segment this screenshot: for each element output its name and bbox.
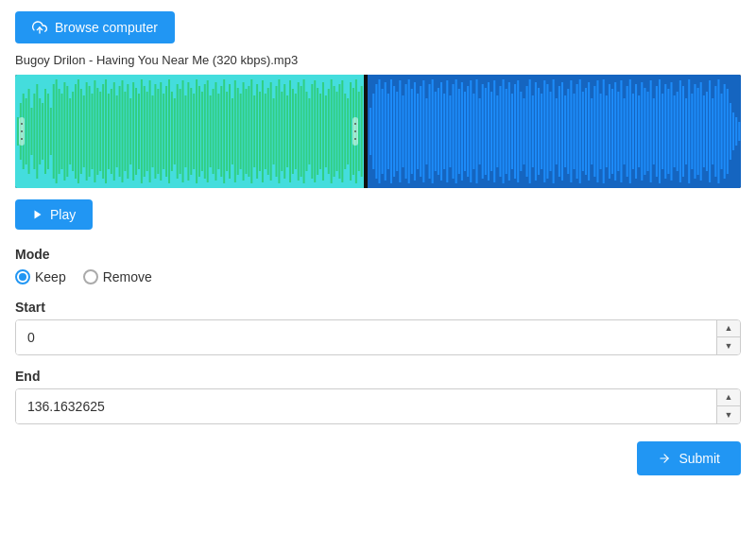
svg-rect-30 bbox=[96, 88, 98, 175]
svg-rect-132 bbox=[384, 82, 386, 181]
end-spinner-up[interactable]: ▲ bbox=[717, 389, 740, 406]
svg-rect-37 bbox=[116, 95, 118, 167]
svg-rect-22 bbox=[75, 84, 77, 179]
svg-rect-130 bbox=[378, 79, 380, 183]
svg-rect-32 bbox=[102, 84, 104, 179]
svg-rect-205 bbox=[599, 94, 601, 169]
svg-rect-133 bbox=[387, 94, 388, 169]
svg-rect-168 bbox=[490, 92, 492, 171]
svg-rect-172 bbox=[502, 79, 504, 183]
svg-rect-146 bbox=[425, 98, 427, 164]
svg-rect-67 bbox=[198, 86, 200, 177]
svg-rect-145 bbox=[422, 80, 424, 182]
svg-rect-182 bbox=[531, 95, 533, 167]
svg-rect-236 bbox=[691, 94, 693, 169]
svg-rect-27 bbox=[89, 86, 91, 177]
svg-rect-225 bbox=[659, 79, 661, 183]
waveform-left-handle[interactable] bbox=[19, 117, 25, 146]
mode-section: Mode Keep Remove bbox=[15, 247, 741, 284]
svg-rect-127 bbox=[369, 108, 371, 155]
svg-rect-25 bbox=[83, 95, 85, 167]
svg-rect-221 bbox=[646, 92, 648, 171]
end-spinner-down[interactable]: ▼ bbox=[717, 406, 740, 423]
svg-rect-64 bbox=[190, 88, 192, 175]
svg-rect-50 bbox=[152, 95, 154, 167]
svg-rect-17 bbox=[61, 94, 63, 169]
svg-rect-248 bbox=[726, 89, 728, 174]
svg-rect-201 bbox=[588, 82, 590, 181]
svg-rect-35 bbox=[111, 89, 112, 174]
svg-rect-139 bbox=[404, 84, 406, 179]
svg-rect-227 bbox=[664, 84, 666, 179]
svg-rect-23 bbox=[77, 79, 79, 183]
svg-rect-232 bbox=[679, 80, 680, 182]
browse-computer-button[interactable]: Browse computer bbox=[15, 11, 175, 43]
svg-rect-203 bbox=[593, 86, 595, 177]
svg-rect-156 bbox=[455, 79, 456, 183]
end-input[interactable] bbox=[16, 389, 716, 423]
svg-rect-5 bbox=[28, 89, 30, 174]
remove-radio-button[interactable] bbox=[83, 269, 98, 284]
svg-rect-228 bbox=[667, 89, 669, 174]
svg-rect-45 bbox=[138, 94, 140, 169]
start-input[interactable] bbox=[16, 320, 716, 354]
svg-rect-110 bbox=[317, 88, 318, 175]
svg-rect-159 bbox=[464, 92, 466, 171]
mode-keep-option[interactable]: Keep bbox=[15, 269, 66, 284]
svg-rect-79 bbox=[232, 98, 233, 164]
svg-rect-200 bbox=[585, 88, 587, 175]
mode-remove-option[interactable]: Remove bbox=[83, 269, 152, 284]
svg-rect-192 bbox=[561, 82, 563, 181]
svg-rect-49 bbox=[149, 80, 151, 182]
svg-rect-82 bbox=[240, 94, 242, 169]
svg-rect-114 bbox=[328, 89, 330, 174]
svg-rect-108 bbox=[311, 84, 313, 179]
svg-rect-96 bbox=[278, 79, 280, 183]
svg-rect-11 bbox=[44, 89, 46, 174]
svg-rect-169 bbox=[493, 80, 495, 182]
play-button[interactable]: Play bbox=[15, 199, 93, 230]
start-spinner-down[interactable]: ▼ bbox=[717, 337, 740, 354]
svg-rect-90 bbox=[262, 80, 264, 182]
svg-rect-235 bbox=[688, 79, 690, 183]
submit-button[interactable]: Submit bbox=[637, 441, 741, 475]
svg-rect-230 bbox=[673, 95, 675, 167]
svg-rect-105 bbox=[303, 79, 305, 183]
svg-rect-92 bbox=[267, 88, 269, 175]
svg-rect-78 bbox=[229, 84, 231, 179]
start-spinner-up[interactable]: ▲ bbox=[717, 320, 740, 337]
svg-rect-233 bbox=[682, 86, 684, 177]
svg-rect-53 bbox=[160, 82, 162, 181]
waveform-right-handle[interactable] bbox=[352, 117, 358, 146]
svg-rect-8 bbox=[36, 84, 38, 179]
svg-rect-171 bbox=[499, 86, 501, 177]
svg-rect-214 bbox=[626, 86, 627, 177]
svg-rect-213 bbox=[623, 98, 625, 164]
svg-rect-55 bbox=[165, 86, 167, 177]
svg-rect-185 bbox=[541, 94, 542, 169]
svg-rect-188 bbox=[549, 92, 551, 171]
svg-rect-174 bbox=[507, 82, 509, 181]
svg-rect-13 bbox=[50, 108, 52, 155]
svg-rect-179 bbox=[523, 98, 524, 164]
svg-rect-252 bbox=[738, 122, 740, 141]
svg-rect-18 bbox=[63, 82, 65, 181]
svg-rect-74 bbox=[217, 94, 219, 169]
svg-rect-219 bbox=[641, 82, 643, 181]
svg-rect-44 bbox=[135, 88, 137, 175]
svg-rect-138 bbox=[402, 95, 404, 167]
svg-rect-41 bbox=[127, 84, 129, 179]
svg-rect-86 bbox=[250, 79, 252, 183]
svg-rect-106 bbox=[306, 92, 308, 171]
svg-rect-216 bbox=[632, 94, 634, 169]
svg-rect-202 bbox=[591, 98, 593, 164]
svg-rect-211 bbox=[617, 92, 619, 171]
svg-rect-148 bbox=[431, 79, 433, 183]
svg-rect-93 bbox=[270, 82, 272, 181]
svg-rect-208 bbox=[609, 84, 610, 179]
svg-rect-7 bbox=[33, 94, 35, 169]
svg-rect-72 bbox=[213, 89, 215, 174]
keep-radio-button[interactable] bbox=[15, 269, 30, 284]
svg-rect-34 bbox=[108, 94, 110, 169]
svg-rect-194 bbox=[567, 89, 569, 174]
